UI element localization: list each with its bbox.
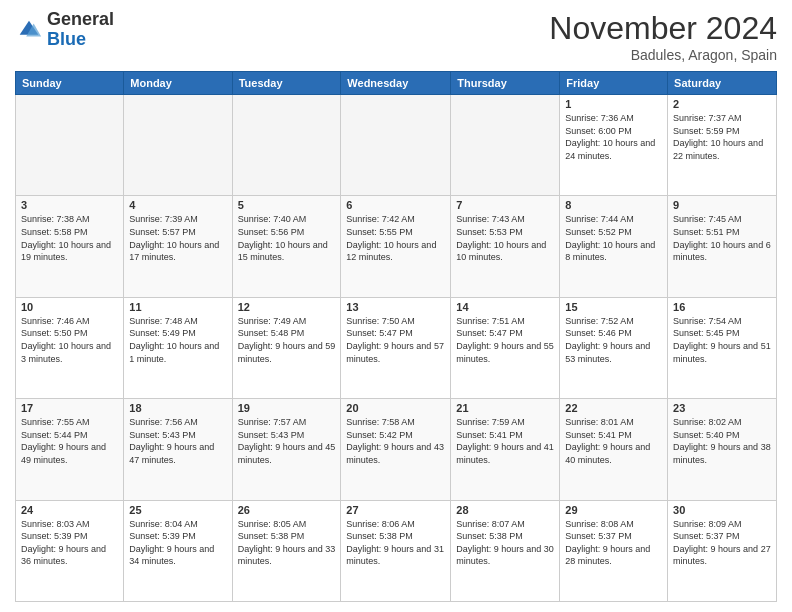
calendar-cell: 29Sunrise: 8:08 AM Sunset: 5:37 PM Dayli… — [560, 500, 668, 601]
day-info: Sunrise: 7:42 AM Sunset: 5:55 PM Dayligh… — [346, 213, 445, 263]
calendar-cell: 26Sunrise: 8:05 AM Sunset: 5:38 PM Dayli… — [232, 500, 341, 601]
header-day: Friday — [560, 72, 668, 95]
calendar-cell: 11Sunrise: 7:48 AM Sunset: 5:49 PM Dayli… — [124, 297, 232, 398]
day-info: Sunrise: 7:49 AM Sunset: 5:48 PM Dayligh… — [238, 315, 336, 365]
day-number: 14 — [456, 301, 554, 313]
day-info: Sunrise: 7:46 AM Sunset: 5:50 PM Dayligh… — [21, 315, 118, 365]
calendar-cell: 16Sunrise: 7:54 AM Sunset: 5:45 PM Dayli… — [668, 297, 777, 398]
day-number: 11 — [129, 301, 226, 313]
calendar-cell: 14Sunrise: 7:51 AM Sunset: 5:47 PM Dayli… — [451, 297, 560, 398]
calendar-cell: 25Sunrise: 8:04 AM Sunset: 5:39 PM Dayli… — [124, 500, 232, 601]
header-day: Wednesday — [341, 72, 451, 95]
day-number: 8 — [565, 199, 662, 211]
day-info: Sunrise: 7:45 AM Sunset: 5:51 PM Dayligh… — [673, 213, 771, 263]
calendar-cell: 2Sunrise: 7:37 AM Sunset: 5:59 PM Daylig… — [668, 95, 777, 196]
day-number: 21 — [456, 402, 554, 414]
day-info: Sunrise: 8:08 AM Sunset: 5:37 PM Dayligh… — [565, 518, 662, 568]
day-number: 28 — [456, 504, 554, 516]
calendar-cell — [124, 95, 232, 196]
day-number: 16 — [673, 301, 771, 313]
calendar-week-row: 17Sunrise: 7:55 AM Sunset: 5:44 PM Dayli… — [16, 399, 777, 500]
calendar-cell — [341, 95, 451, 196]
calendar-cell: 13Sunrise: 7:50 AM Sunset: 5:47 PM Dayli… — [341, 297, 451, 398]
day-info: Sunrise: 7:51 AM Sunset: 5:47 PM Dayligh… — [456, 315, 554, 365]
day-number: 12 — [238, 301, 336, 313]
calendar-cell: 30Sunrise: 8:09 AM Sunset: 5:37 PM Dayli… — [668, 500, 777, 601]
calendar-cell: 5Sunrise: 7:40 AM Sunset: 5:56 PM Daylig… — [232, 196, 341, 297]
day-number: 10 — [21, 301, 118, 313]
calendar-cell: 23Sunrise: 8:02 AM Sunset: 5:40 PM Dayli… — [668, 399, 777, 500]
calendar-cell: 4Sunrise: 7:39 AM Sunset: 5:57 PM Daylig… — [124, 196, 232, 297]
day-info: Sunrise: 7:50 AM Sunset: 5:47 PM Dayligh… — [346, 315, 445, 365]
day-number: 19 — [238, 402, 336, 414]
calendar-body: 1Sunrise: 7:36 AM Sunset: 6:00 PM Daylig… — [16, 95, 777, 602]
day-info: Sunrise: 8:04 AM Sunset: 5:39 PM Dayligh… — [129, 518, 226, 568]
header: General Blue November 2024 Badules, Arag… — [15, 10, 777, 63]
day-number: 6 — [346, 199, 445, 211]
calendar-week-row: 3Sunrise: 7:38 AM Sunset: 5:58 PM Daylig… — [16, 196, 777, 297]
day-info: Sunrise: 8:03 AM Sunset: 5:39 PM Dayligh… — [21, 518, 118, 568]
location: Badules, Aragon, Spain — [549, 47, 777, 63]
day-info: Sunrise: 7:57 AM Sunset: 5:43 PM Dayligh… — [238, 416, 336, 466]
header-row: SundayMondayTuesdayWednesdayThursdayFrid… — [16, 72, 777, 95]
day-number: 22 — [565, 402, 662, 414]
day-info: Sunrise: 7:36 AM Sunset: 6:00 PM Dayligh… — [565, 112, 662, 162]
day-info: Sunrise: 8:09 AM Sunset: 5:37 PM Dayligh… — [673, 518, 771, 568]
day-number: 13 — [346, 301, 445, 313]
calendar-cell: 15Sunrise: 7:52 AM Sunset: 5:46 PM Dayli… — [560, 297, 668, 398]
day-info: Sunrise: 8:07 AM Sunset: 5:38 PM Dayligh… — [456, 518, 554, 568]
day-number: 23 — [673, 402, 771, 414]
day-info: Sunrise: 7:48 AM Sunset: 5:49 PM Dayligh… — [129, 315, 226, 365]
calendar-week-row: 10Sunrise: 7:46 AM Sunset: 5:50 PM Dayli… — [16, 297, 777, 398]
page: General Blue November 2024 Badules, Arag… — [0, 0, 792, 612]
header-day: Monday — [124, 72, 232, 95]
logo: General Blue — [15, 10, 114, 50]
calendar-cell: 7Sunrise: 7:43 AM Sunset: 5:53 PM Daylig… — [451, 196, 560, 297]
month-title: November 2024 — [549, 10, 777, 47]
calendar-week-row: 24Sunrise: 8:03 AM Sunset: 5:39 PM Dayli… — [16, 500, 777, 601]
calendar-cell — [16, 95, 124, 196]
day-number: 15 — [565, 301, 662, 313]
day-number: 27 — [346, 504, 445, 516]
day-info: Sunrise: 8:05 AM Sunset: 5:38 PM Dayligh… — [238, 518, 336, 568]
day-info: Sunrise: 8:01 AM Sunset: 5:41 PM Dayligh… — [565, 416, 662, 466]
day-info: Sunrise: 7:38 AM Sunset: 5:58 PM Dayligh… — [21, 213, 118, 263]
day-number: 2 — [673, 98, 771, 110]
day-info: Sunrise: 7:52 AM Sunset: 5:46 PM Dayligh… — [565, 315, 662, 365]
day-number: 7 — [456, 199, 554, 211]
calendar-week-row: 1Sunrise: 7:36 AM Sunset: 6:00 PM Daylig… — [16, 95, 777, 196]
day-number: 20 — [346, 402, 445, 414]
day-info: Sunrise: 8:06 AM Sunset: 5:38 PM Dayligh… — [346, 518, 445, 568]
calendar-cell: 28Sunrise: 8:07 AM Sunset: 5:38 PM Dayli… — [451, 500, 560, 601]
calendar-cell: 24Sunrise: 8:03 AM Sunset: 5:39 PM Dayli… — [16, 500, 124, 601]
calendar-cell: 21Sunrise: 7:59 AM Sunset: 5:41 PM Dayli… — [451, 399, 560, 500]
day-number: 30 — [673, 504, 771, 516]
calendar-cell: 18Sunrise: 7:56 AM Sunset: 5:43 PM Dayli… — [124, 399, 232, 500]
title-section: November 2024 Badules, Aragon, Spain — [549, 10, 777, 63]
calendar-cell — [451, 95, 560, 196]
calendar-cell: 9Sunrise: 7:45 AM Sunset: 5:51 PM Daylig… — [668, 196, 777, 297]
day-info: Sunrise: 7:58 AM Sunset: 5:42 PM Dayligh… — [346, 416, 445, 466]
day-info: Sunrise: 7:37 AM Sunset: 5:59 PM Dayligh… — [673, 112, 771, 162]
logo-icon — [15, 16, 43, 44]
calendar-cell: 10Sunrise: 7:46 AM Sunset: 5:50 PM Dayli… — [16, 297, 124, 398]
day-number: 4 — [129, 199, 226, 211]
day-number: 26 — [238, 504, 336, 516]
calendar-cell: 17Sunrise: 7:55 AM Sunset: 5:44 PM Dayli… — [16, 399, 124, 500]
calendar-cell: 12Sunrise: 7:49 AM Sunset: 5:48 PM Dayli… — [232, 297, 341, 398]
day-info: Sunrise: 7:55 AM Sunset: 5:44 PM Dayligh… — [21, 416, 118, 466]
calendar-cell: 27Sunrise: 8:06 AM Sunset: 5:38 PM Dayli… — [341, 500, 451, 601]
header-day: Saturday — [668, 72, 777, 95]
header-day: Thursday — [451, 72, 560, 95]
day-number: 17 — [21, 402, 118, 414]
day-info: Sunrise: 7:40 AM Sunset: 5:56 PM Dayligh… — [238, 213, 336, 263]
day-info: Sunrise: 7:59 AM Sunset: 5:41 PM Dayligh… — [456, 416, 554, 466]
calendar-cell: 6Sunrise: 7:42 AM Sunset: 5:55 PM Daylig… — [341, 196, 451, 297]
day-info: Sunrise: 7:43 AM Sunset: 5:53 PM Dayligh… — [456, 213, 554, 263]
day-number: 5 — [238, 199, 336, 211]
day-number: 24 — [21, 504, 118, 516]
day-number: 18 — [129, 402, 226, 414]
day-info: Sunrise: 7:54 AM Sunset: 5:45 PM Dayligh… — [673, 315, 771, 365]
day-info: Sunrise: 7:56 AM Sunset: 5:43 PM Dayligh… — [129, 416, 226, 466]
calendar-cell: 20Sunrise: 7:58 AM Sunset: 5:42 PM Dayli… — [341, 399, 451, 500]
